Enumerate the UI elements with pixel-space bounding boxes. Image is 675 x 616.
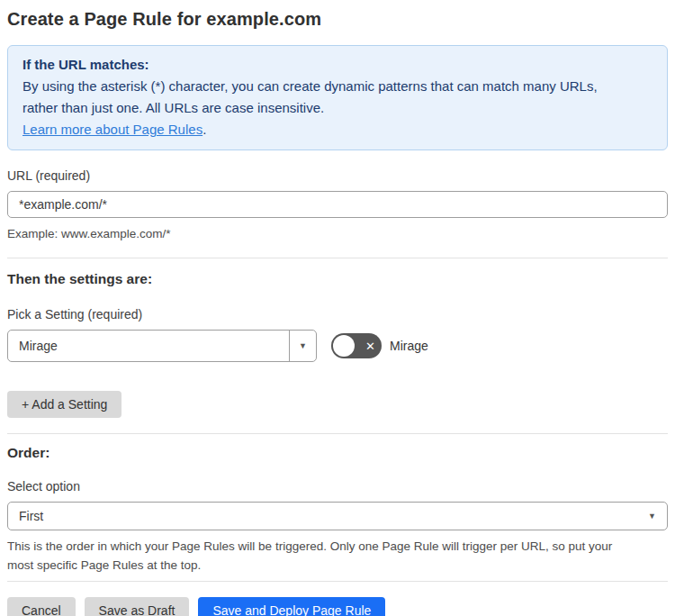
order-helper-line-1: This is the order in which your Page Rul…: [7, 537, 668, 556]
order-section-heading: Order:: [7, 445, 668, 461]
toggle-label: Mirage: [390, 339, 428, 353]
order-select-value: First: [19, 509, 648, 523]
url-input[interactable]: [7, 191, 668, 218]
order-select[interactable]: First ▼: [7, 502, 668, 530]
url-field-label: URL (required): [7, 168, 668, 183]
learn-more-link[interactable]: Learn more about Page Rules: [22, 122, 202, 137]
info-box-heading: If the URL matches:: [22, 54, 652, 76]
setting-select-arrow-button[interactable]: ▼: [290, 331, 316, 361]
info-box-body-line-1: By using the asterisk (*) character, you…: [22, 76, 652, 97]
select-option-label: Select option: [7, 479, 668, 494]
divider: [7, 258, 668, 258]
info-box-body-line-2: rather than just one. All URLs are case …: [22, 97, 652, 119]
mirage-toggle[interactable]: ✕: [331, 333, 382, 358]
info-box-link-line: Learn more about Page Rules.: [22, 119, 652, 140]
action-buttons-row: Cancel Save as Draft Save and Deploy Pag…: [7, 597, 668, 616]
create-page-rule-panel: Create a Page Rule for example.com If th…: [0, 0, 675, 616]
chevron-down-icon: ▼: [299, 341, 307, 350]
setting-row: Mirage ▼ ✕ Mirage: [7, 330, 668, 362]
save-as-draft-button[interactable]: Save as Draft: [85, 597, 190, 616]
setting-select-value: Mirage: [8, 331, 289, 361]
chevron-down-icon: ▼: [648, 512, 656, 521]
save-and-deploy-button[interactable]: Save and Deploy Page Rule: [198, 597, 385, 616]
setting-select[interactable]: Mirage ▼: [7, 330, 317, 362]
url-example-helper: Example: www.example.com/*: [7, 224, 668, 243]
toggle-off-x-icon: ✕: [365, 340, 375, 352]
link-suffix: .: [202, 122, 206, 137]
order-helper: This is the order in which your Page Rul…: [7, 537, 668, 575]
url-match-info-box: If the URL matches: By using the asteris…: [7, 45, 668, 150]
pick-setting-label: Pick a Setting (required): [7, 307, 668, 322]
add-setting-button[interactable]: + Add a Setting: [7, 391, 122, 418]
cancel-button[interactable]: Cancel: [7, 597, 76, 616]
divider: [7, 433, 668, 434]
settings-section-heading: Then the settings are:: [7, 271, 668, 287]
toggle-knob: [333, 335, 355, 357]
divider: [7, 581, 668, 582]
page-title: Create a Page Rule for example.com: [7, 9, 668, 30]
order-helper-line-2: most specific Page Rules at the top.: [7, 556, 668, 575]
